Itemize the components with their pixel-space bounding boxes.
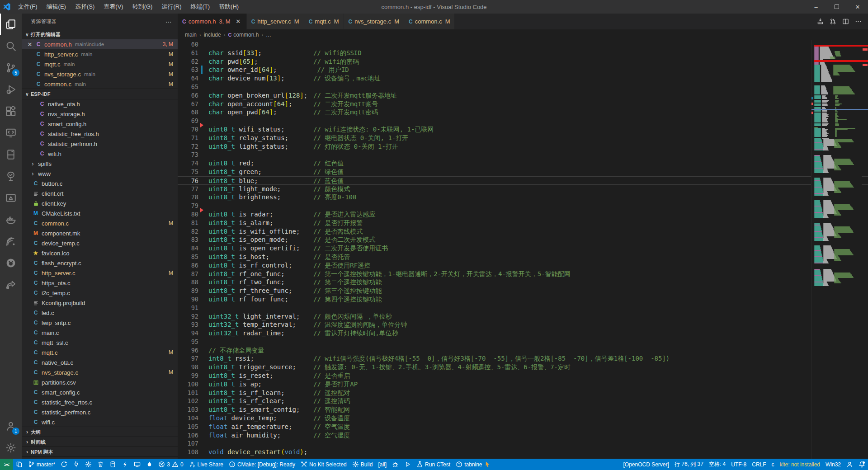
file-row[interactable]: Cstatistic_perfmon.h xyxy=(22,139,178,149)
file-row[interactable]: Kconfig.projbuild xyxy=(22,298,178,308)
file-row[interactable]: Cstatistic_perfmon.c xyxy=(22,407,178,417)
file-row[interactable]: Cstatistic_free_rtos.c xyxy=(22,397,178,407)
status-行-76-列-37[interactable]: 行 76, 列 37 xyxy=(672,459,706,470)
status-all[interactable]: [all] xyxy=(375,459,389,470)
menu-item-2[interactable]: 选择(S) xyxy=(71,0,99,14)
status-lightning[interactable] xyxy=(119,459,131,470)
status-空格-4[interactable]: 空格: 4 xyxy=(706,459,728,470)
file-row[interactable]: Cnvs_storage.h xyxy=(22,109,178,119)
tab-common.h[interactable]: Ccommon.h3, M✕ xyxy=(178,14,247,29)
file-row[interactable]: Chttp_server.cM xyxy=(22,268,178,278)
collapsed-section-2[interactable]: ›NPM 脚本 xyxy=(22,447,178,457)
status-openocd-server[interactable]: [OpenOCD Server] xyxy=(621,459,672,470)
tab-http_server.c[interactable]: Chttp_server.cM xyxy=(247,14,304,29)
collapsed-section-0[interactable]: ›大纲 xyxy=(22,427,178,437)
activity-item-output-monitor[interactable] xyxy=(0,187,22,209)
open-editor-item[interactable]: Ccommon.cmainM xyxy=(22,79,178,89)
menu-item-1[interactable]: 编辑(E) xyxy=(42,0,71,14)
activity-item-extensions[interactable] xyxy=(0,100,22,122)
activity-item-run-debug[interactable] xyxy=(0,79,22,100)
file-row[interactable]: Cnative_ota.c xyxy=(22,357,178,367)
git-compare-button[interactable] xyxy=(826,15,839,28)
menu-item-4[interactable]: 转到(G) xyxy=(128,0,157,14)
status-build[interactable]: Build xyxy=(349,459,376,470)
status-database[interactable] xyxy=(107,459,119,470)
status-no-kit-selected[interactable]: No Kit Selected xyxy=(298,459,349,470)
collapsed-section-1[interactable]: ›时间线 xyxy=(22,437,178,447)
file-row[interactable]: Cdevice_temp.c xyxy=(22,238,178,248)
activity-item-docker[interactable] xyxy=(0,209,22,230)
file-row[interactable]: Clwip_sntp.c xyxy=(22,318,178,328)
status-live-share[interactable]: Live Share xyxy=(186,459,226,470)
activity-item-live-share[interactable] xyxy=(0,274,22,296)
status-monitor[interactable] xyxy=(131,459,143,470)
open-editors-section-header[interactable]: ∨ 打开的编辑器 xyxy=(22,29,178,39)
menu-item-7[interactable]: 帮助(H) xyxy=(214,0,243,14)
status-plug[interactable] xyxy=(70,459,82,470)
split-editor-button[interactable] xyxy=(839,15,852,28)
menu-item-3[interactable]: 查看(V) xyxy=(99,0,127,14)
activity-item-source-control[interactable]: 5 xyxy=(0,57,22,79)
file-row[interactable]: Cmqtt_ssl.c xyxy=(22,338,178,348)
file-row[interactable]: client.crt xyxy=(22,188,178,198)
activity-item-github[interactable] xyxy=(0,252,22,274)
file-row[interactable]: Cstatistic_free_rtos.h xyxy=(22,129,178,139)
file-row[interactable]: partitions.csv xyxy=(22,377,178,387)
activity-item-settings[interactable] xyxy=(0,437,22,459)
folder-row[interactable]: ›spiffs xyxy=(22,159,178,169)
file-row[interactable]: Cflash_encrypt.c xyxy=(22,258,178,268)
file-row[interactable]: Csmart_config.c xyxy=(22,387,178,397)
status-play[interactable] xyxy=(401,459,414,470)
file-row[interactable]: Cnative_ota.h xyxy=(22,99,178,109)
open-editor-item[interactable]: Cmqtt.cmainM xyxy=(22,59,178,69)
ellipsis-button[interactable] xyxy=(852,15,864,28)
status-cmake-debug-ready[interactable]: CMake: [Debug]: Ready xyxy=(226,459,298,470)
close-icon[interactable]: ✕ xyxy=(25,41,34,48)
status-sync[interactable] xyxy=(58,459,70,470)
file-row[interactable]: Ci2c_temp.c xyxy=(22,288,178,298)
status-flame[interactable] xyxy=(143,459,156,470)
open-editor-item[interactable]: ✕Ccommon.hmain\include3, M xyxy=(22,39,178,49)
more-actions-icon[interactable]: ⋯ xyxy=(165,18,172,25)
file-row[interactable]: Ccommon.cM xyxy=(22,218,178,228)
file-row[interactable]: Cled.c xyxy=(22,308,178,318)
menu-item-6[interactable]: 终端(T) xyxy=(186,0,214,14)
file-row[interactable]: Cwifi.h xyxy=(22,149,178,159)
activity-item-espressif[interactable] xyxy=(0,230,22,252)
activity-item-remote-explorer[interactable] xyxy=(0,122,22,144)
breadcrumb-item[interactable]: main xyxy=(185,32,197,38)
status-master[interactable]: master* xyxy=(25,459,58,470)
breadcrumb-item[interactable]: include xyxy=(204,32,221,38)
status-trash[interactable] xyxy=(94,459,107,470)
minimize-button[interactable]: – xyxy=(806,0,826,14)
status-utf-8[interactable]: UTF-8 xyxy=(728,459,749,470)
breadcrumb-item[interactable]: Ccommon.h xyxy=(228,32,259,38)
file-row[interactable]: Cmqtt.cM xyxy=(22,348,178,357)
status-c[interactable]: c xyxy=(769,459,777,470)
tab-nvs_storage.c[interactable]: Cnvs_storage.cM xyxy=(344,14,404,29)
code-editor[interactable]: 6061char ssid[33];// wifi的SSID62char pwd… xyxy=(178,40,868,459)
open-editor-item[interactable]: Chttp_server.cmainM xyxy=(22,49,178,59)
status-feedback[interactable] xyxy=(844,459,856,470)
open-editor-item[interactable]: Cnvs_storage.cmainM xyxy=(22,69,178,79)
file-row[interactable]: Cnvs_storage.cM xyxy=(22,367,178,377)
status-gear[interactable] xyxy=(82,459,94,470)
file-row[interactable]: MCMakeLists.txt xyxy=(22,208,178,218)
project-section-header[interactable]: ∨ ESP-IDF xyxy=(22,89,178,99)
status-bell[interactable] xyxy=(856,459,868,470)
file-row[interactable]: client.key xyxy=(22,198,178,208)
tab-mqtt.c[interactable]: Cmqtt.cM xyxy=(304,14,344,29)
activity-item-search[interactable] xyxy=(0,35,22,57)
file-row[interactable]: Mcomponent.mk xyxy=(22,228,178,238)
maximize-button[interactable] xyxy=(826,0,847,14)
file-row[interactable]: Chttps_ota.c xyxy=(22,278,178,288)
status-kite-not-installed[interactable]: kite: not installed xyxy=(777,459,823,470)
folder-row[interactable]: ›www xyxy=(22,169,178,179)
activity-item-account[interactable]: 1 xyxy=(0,415,22,437)
status-bug[interactable] xyxy=(389,459,401,470)
status-crlf[interactable]: CRLF xyxy=(749,459,769,470)
breadcrumb-item[interactable]: … xyxy=(266,32,271,38)
file-row[interactable]: ★favicon.ico xyxy=(22,248,178,258)
file-row[interactable]: Cwifi.c xyxy=(22,417,178,427)
file-row[interactable]: Csmart_config.h xyxy=(22,119,178,129)
